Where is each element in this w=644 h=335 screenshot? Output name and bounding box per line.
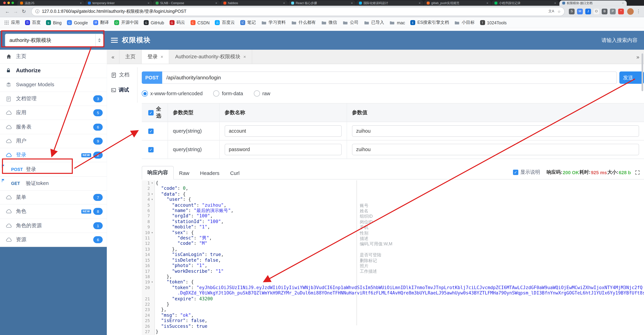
close-tab-icon[interactable]: × — [160, 54, 163, 59]
tab-close-icon[interactable]: × — [622, 1, 624, 5]
bookmark-item[interactable]: GGitHub — [144, 20, 164, 25]
tab-close-icon[interactable]: × — [351, 1, 353, 5]
request-url-input[interactable] — [162, 72, 617, 84]
bookmark-item[interactable]: 应用 — [4, 20, 20, 25]
bookmark-item[interactable]: O开源中国 — [114, 20, 138, 25]
show-description-toggle[interactable]: ✓ 显示说明 — [513, 169, 540, 176]
bookmark-item[interactable]: 公司 — [342, 20, 358, 25]
bookmark-item[interactable]: 译翻译 — [93, 20, 109, 25]
doc-tab[interactable]: 登录× — [142, 50, 170, 64]
param-value-input[interactable] — [352, 144, 639, 155]
bookmark-item[interactable]: CCSDN — [190, 20, 210, 25]
fold-icon[interactable]: ▾ — [150, 280, 154, 285]
param-value-input[interactable] — [352, 125, 639, 137]
bookmark-item[interactable]: 百百度 — [25, 20, 40, 25]
browser-tab[interactable]: habbos× — [220, 0, 288, 6]
sidebar-item[interactable]: 角色NEW8 — [0, 205, 107, 219]
response-tab[interactable]: Curl — [225, 168, 245, 179]
sidebar-item[interactable]: 登录NEW2 — [0, 148, 107, 162]
close-tab-icon[interactable]: × — [243, 54, 246, 59]
forward-button[interactable]: → — [12, 8, 20, 14]
fold-icon[interactable]: ▾ — [150, 197, 154, 202]
extension-icon[interactable]: B — [602, 8, 608, 14]
window-controls[interactable] — [3, 2, 14, 4]
module-select[interactable]: authority-权限模块 — [5, 34, 104, 47]
menu-toggle-icon[interactable] — [111, 38, 118, 43]
profile-avatar[interactable] — [627, 8, 634, 14]
bookmark-item[interactable]: EES搜索引擎文档 — [410, 20, 449, 25]
sidebar-item[interactable]: 资源6 — [0, 233, 107, 247]
sidebar-api-item[interactable]: POST登录 — [0, 162, 107, 177]
extension-icon[interactable]: * — [618, 8, 624, 14]
address-bar[interactable]: ⓘ 127.0.0.1:8760/api/gate/doc.html#/auth… — [31, 7, 565, 16]
bookmark-item[interactable]: GGoogle — [67, 20, 88, 25]
sidebar-item[interactable]: 文档管理3 — [0, 92, 107, 106]
bookmark-item[interactable]: T1024Tools — [480, 20, 506, 25]
param-name-input[interactable] — [225, 125, 342, 137]
maximize-window-icon[interactable] — [12, 2, 14, 4]
content-type-option[interactable]: x-www-form-urlencoded — [142, 90, 203, 96]
browser-tab[interactable]: 权限模块-接口文档× — [559, 0, 627, 6]
browser-tab[interactable]: SLNB - Compose× — [153, 0, 220, 6]
sidebar-item[interactable]: 菜单7 — [0, 190, 107, 205]
bookmark-item[interactable]: bBing — [46, 20, 62, 25]
bookmark-item[interactable]: 什么都有 — [291, 20, 316, 25]
scrollbar-thumb[interactable] — [642, 54, 643, 91]
sidebar-item[interactable]: 角色的资源1 — [0, 219, 107, 233]
fold-icon[interactable]: ▾ — [150, 180, 154, 186]
header-search-input[interactable] — [575, 37, 638, 44]
bookmark-item[interactable]: 云百度云 — [215, 20, 235, 25]
reload-button[interactable]: ↻ — [20, 8, 28, 14]
sidebar-item[interactable]: 主页 — [0, 50, 107, 64]
response-tab[interactable]: Raw — [174, 168, 194, 179]
tab-close-icon[interactable]: × — [216, 1, 217, 5]
back-button[interactable]: ← — [3, 8, 12, 14]
bookmark-star-icon[interactable]: ☆ — [558, 9, 560, 14]
browser-tab[interactable]: 温故JS× — [17, 0, 85, 6]
translate-icon[interactable]: 文A — [548, 9, 554, 14]
doc-tab[interactable]: 主页 — [119, 50, 142, 64]
sidebar-item[interactable]: 用户9 — [0, 134, 107, 148]
json-viewer[interactable]: 1▾{2 "code": 0,3▾ "data": {4▾ "user": {5… — [142, 180, 644, 335]
extension-icon[interactable]: J — [585, 8, 591, 14]
site-info-icon[interactable]: ⓘ — [35, 8, 40, 14]
response-tab[interactable]: 响应内容 — [142, 166, 174, 180]
tab-close-icon[interactable]: × — [418, 1, 420, 5]
bookmark-item[interactable]: mac — [390, 20, 405, 25]
bookmark-item[interactable]: 学习资料 — [261, 20, 286, 25]
browser-tab[interactable]: gitlab_push实现规范× — [424, 0, 491, 6]
bookmark-item[interactable]: 记笔记 — [240, 20, 256, 25]
bookmark-item[interactable]: 微信 — [321, 20, 337, 25]
fold-icon[interactable]: ▾ — [150, 230, 154, 236]
checkbox-icon[interactable]: ✓ — [148, 128, 154, 134]
extension-icon[interactable]: O — [594, 8, 599, 14]
minimize-window-icon[interactable] — [8, 2, 10, 4]
fold-icon[interactable]: ▾ — [150, 191, 154, 197]
send-button[interactable]: 发送 — [619, 72, 644, 84]
rail-tab-doc[interactable]: 文档 — [107, 68, 137, 83]
fullscreen-icon[interactable] — [635, 170, 640, 175]
extension-icon[interactable]: M — [577, 8, 583, 14]
sidebar-item[interactable]: 应用5 — [0, 106, 107, 120]
rail-tab-debug[interactable]: 调试 — [107, 83, 137, 98]
tab-close-icon[interactable]: × — [80, 1, 82, 5]
extension-icon[interactable]: P — [610, 8, 616, 14]
browser-tab[interactable]: 国际化错误码设计× — [356, 0, 424, 6]
sidebar-api-item[interactable]: GET验证token — [0, 176, 107, 190]
sidebar-item[interactable]: Swagger Models — [0, 78, 107, 92]
doc-tab[interactable]: Authorize-authority-权限模块× — [169, 50, 252, 64]
bookmark-item[interactable]: 已导入 — [364, 20, 384, 25]
collapse-sidebar-icon[interactable]: « — [107, 50, 119, 64]
browser-tab[interactable]: 小程序踩坑记录× — [492, 0, 559, 6]
bookmark-item[interactable]: 小目标 — [454, 20, 475, 25]
param-name-input[interactable] — [225, 144, 342, 155]
browser-tab[interactable]: temporary-linker× — [85, 0, 152, 6]
checkbox-icon[interactable]: ✓ — [148, 110, 154, 115]
tab-close-icon[interactable]: × — [283, 1, 285, 5]
tab-close-icon[interactable]: × — [554, 1, 556, 5]
browser-tab[interactable]: React 核心步骤× — [288, 0, 356, 6]
browser-menu-icon[interactable]: ⋮ — [636, 9, 641, 14]
sidebar-item[interactable]: Authorize — [0, 64, 107, 78]
sidebar-item[interactable]: 服务表6 — [0, 120, 107, 134]
content-type-option[interactable]: form-data — [213, 90, 243, 96]
